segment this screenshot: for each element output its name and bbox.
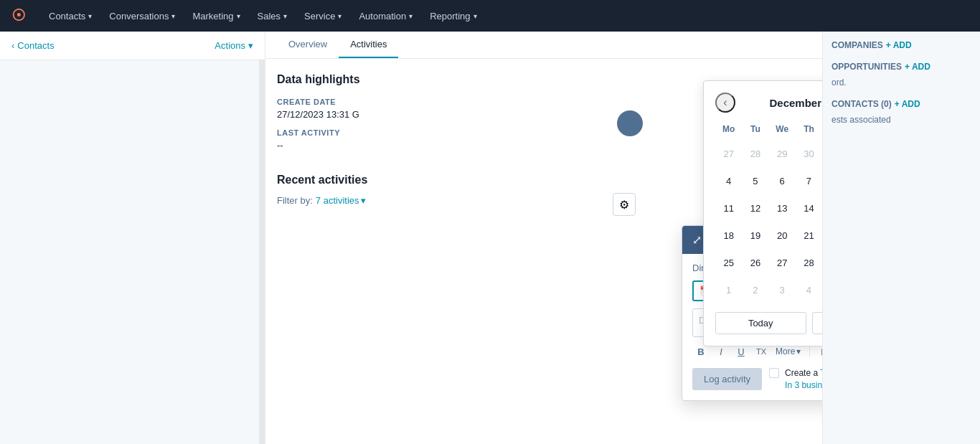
nav-marketing[interactable]: Marketing ▾ — [192, 11, 240, 22]
add-contacts-link[interactable]: + Add — [895, 99, 920, 109]
nav-automation[interactable]: Automation ▾ — [359, 11, 413, 22]
calendar-cell: 18 — [715, 222, 742, 249]
calendar-cell: 26 — [742, 249, 768, 276]
calendar-today-button[interactable]: Today — [715, 312, 806, 334]
nav-reporting[interactable]: Reporting ▾ — [430, 11, 476, 22]
calendar-day-button[interactable]: 25 — [718, 252, 740, 273]
calendar-cell: 27 — [715, 140, 742, 167]
associated-text: ests associated — [831, 115, 971, 125]
modal-overlay: ‹ December 2023 › MoTuWeThFrSaSu 2728293… — [265, 32, 822, 444]
calendar-day-button[interactable]: 27 — [771, 252, 793, 273]
main-layout: ‹ Contacts Actions ▾ Overview Activities… — [0, 32, 980, 444]
sidebar-content — [0, 60, 265, 444]
opportunities-text: ord. — [831, 77, 971, 88]
calendar-day-button[interactable]: 13 — [771, 197, 793, 219]
log-activity-button[interactable]: Log activity — [692, 368, 762, 390]
modal-expand-button[interactable]: ⤢ — [692, 233, 702, 247]
calendar-day-button[interactable]: 30 — [798, 143, 819, 164]
content-area: Overview Activities Data highlights CREA… — [265, 32, 822, 444]
nav-service-arrow: ▾ — [338, 12, 341, 20]
calendar-cell: 30 — [796, 140, 822, 167]
more-button[interactable]: More ▾ — [773, 346, 804, 356]
nav-contacts[interactable]: Contacts ▾ — [49, 11, 92, 22]
calendar-day-button[interactable]: 1 — [718, 279, 740, 301]
nav-sales[interactable]: Sales ▾ — [258, 11, 288, 22]
calendar-prev-button[interactable]: ‹ — [715, 93, 735, 113]
calendar-cell: 3 — [769, 276, 796, 303]
follow-up-checkbox[interactable] — [769, 368, 779, 378]
calendar-cell: 2 — [742, 276, 768, 303]
calendar-day-button[interactable]: 29 — [771, 143, 793, 164]
calendar-week-row: 25262728293031 — [715, 249, 822, 276]
calendar-day-button[interactable]: 4 — [718, 170, 740, 192]
calendar-day-button[interactable]: 6 — [771, 170, 793, 192]
contacts-panel-title: Contacts (0) + Add — [831, 99, 971, 109]
calendar-day-button[interactable]: 7 — [798, 170, 819, 192]
calendar-day-button[interactable]: 11 — [718, 197, 740, 219]
nav-reporting-arrow: ▾ — [473, 12, 477, 20]
calendar-day-button[interactable]: 21 — [798, 225, 819, 246]
calendar-cell: 19 — [742, 222, 768, 249]
calendar-day-button[interactable]: 28 — [745, 143, 766, 164]
nav-conversations[interactable]: Conversations ▾ — [109, 11, 175, 22]
toolbar-separator — [809, 346, 810, 357]
companies-section: Companies + Add — [831, 40, 971, 50]
calendar-week-row: 18192021222324 — [715, 222, 822, 249]
nav-marketing-arrow: ▾ — [237, 12, 240, 20]
calendar-day-button[interactable]: 3 — [771, 279, 793, 301]
calendar-cell: 12 — [742, 194, 768, 222]
calendar-cell: 25 — [715, 249, 742, 276]
calendar-clear-button[interactable]: Clear — [812, 312, 823, 334]
calendar-day-button[interactable]: 12 — [745, 197, 766, 219]
calendar-day-button[interactable]: 4 — [798, 279, 819, 301]
calendar-cell: 7 — [796, 167, 822, 194]
calendar-cell: 14 — [796, 194, 822, 222]
calendar-cell: 4 — [796, 276, 822, 303]
calendar-cell: 4 — [715, 167, 742, 194]
calendar-day-button[interactable]: 28 — [798, 252, 819, 273]
calendar-day-button[interactable]: 26 — [745, 252, 766, 273]
opportunities-title: Opportunities + Add — [831, 62, 971, 72]
calendar-cell: 21 — [796, 222, 822, 249]
calendar-weekday: Th — [796, 121, 822, 140]
right-panel: Companies + Add Opportunities + Add ord.… — [822, 32, 980, 444]
calendar-weekday: Mo — [715, 121, 742, 140]
nav-service[interactable]: Service ▾ — [304, 11, 341, 22]
calendar-cell: 27 — [769, 249, 796, 276]
top-nav: ☉ Contacts ▾ Conversations ▾ Marketing ▾… — [0, 0, 980, 32]
calendar-day-button[interactable]: 18 — [718, 225, 740, 246]
calendar-cell: 28 — [742, 140, 768, 167]
calendar-day-button[interactable]: 5 — [745, 170, 766, 192]
calendar-week-row: 27282930123 — [715, 140, 822, 167]
calendar-day-button[interactable]: 14 — [798, 197, 819, 219]
contacts-section: Contacts (0) + Add ests associated — [831, 99, 971, 125]
sidebar-header: ‹ Contacts Actions ▾ — [0, 32, 265, 60]
calendar-week-row: 11121314151617 — [715, 194, 822, 222]
nav-sales-arrow: ▾ — [283, 12, 287, 20]
calendar-cell: 6 — [769, 167, 796, 194]
calendar-title: December 2023 — [769, 97, 822, 109]
add-company-link[interactable]: + Add — [886, 40, 912, 50]
todo-type-link[interactable]: To-do ▾ — [820, 368, 822, 378]
follow-up-days-link[interactable]: In 3 business days (Wednesday) ▾ — [785, 380, 822, 390]
calendar-cell: 20 — [769, 222, 796, 249]
calendar-grid: MoTuWeThFrSaSu 2728293012345678910111213… — [715, 121, 822, 303]
nav-conversations-arrow: ▾ — [171, 12, 175, 20]
actions-button[interactable]: Actions ▾ — [215, 40, 253, 51]
calendar-day-button[interactable]: 19 — [745, 225, 766, 246]
contacts-breadcrumb[interactable]: ‹ Contacts — [11, 40, 55, 51]
calendar-day-button[interactable]: 27 — [718, 143, 740, 164]
calendar-cell: 5 — [742, 167, 768, 194]
calendar-weekday: We — [769, 121, 796, 140]
calendar-cell: 1 — [715, 276, 742, 303]
calendar-cell: 13 — [769, 194, 796, 222]
calendar-day-button[interactable]: 20 — [771, 225, 793, 246]
calendar-footer: Today Clear — [715, 312, 822, 334]
sidebar-scrollbar[interactable] — [259, 60, 265, 444]
calendar-popup: ‹ December 2023 › MoTuWeThFrSaSu 2728293… — [703, 80, 822, 346]
modal-bottom-row: Log activity Create a To-do ▾ task to fo… — [692, 367, 822, 392]
add-opportunity-link[interactable]: + Add — [905, 62, 930, 72]
follow-up-checkbox-area: Create a To-do ▾ task to follow up In 3 … — [769, 367, 822, 392]
nav-automation-arrow: ▾ — [409, 12, 413, 20]
calendar-day-button[interactable]: 2 — [745, 279, 766, 301]
